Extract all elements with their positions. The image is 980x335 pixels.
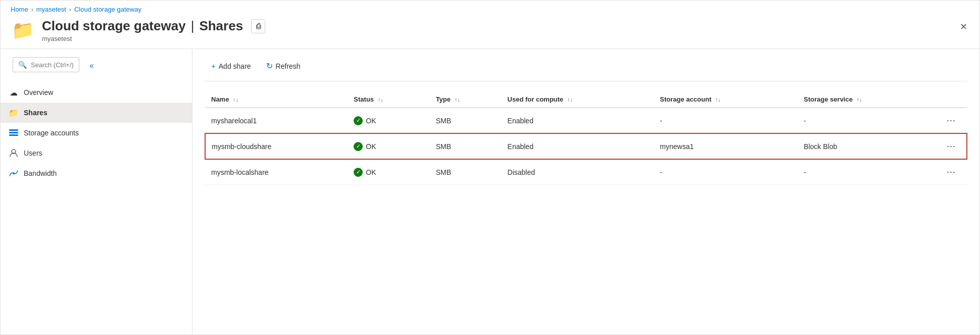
users-label: Users	[24, 149, 42, 157]
cell-name: mysmb-cloudshare	[205, 133, 348, 159]
cell-compute: Enabled	[502, 108, 654, 133]
shares-label: Shares	[24, 109, 47, 117]
cell-type: SMB	[430, 133, 502, 159]
col-compute-label: Used for compute	[508, 95, 564, 103]
col-name[interactable]: Name ↑↓	[205, 91, 348, 108]
main-layout: 🔍 Search (Ctrl+/) « ☁ Overview 📁 Shares	[1, 49, 979, 334]
status-ok-icon: ✓	[354, 168, 363, 177]
breadcrumb: Home › myasetest › Cloud storage gateway	[1, 1, 979, 16]
storage-accounts-label: Storage accounts	[24, 129, 79, 137]
svg-rect-2	[9, 134, 18, 136]
cell-status: ✓OK	[348, 108, 429, 133]
cell-type: SMB	[430, 159, 502, 185]
overview-icon: ☁	[9, 87, 19, 98]
cell-more[interactable]: ···	[937, 159, 967, 185]
cell-status: ✓OK	[348, 159, 429, 185]
breadcrumb-home[interactable]: Home	[11, 6, 28, 13]
print-button[interactable]: ⎙	[251, 19, 265, 33]
status-ok-icon: ✓	[354, 116, 363, 125]
col-status-label: Status	[354, 95, 374, 103]
col-actions-header	[937, 91, 967, 108]
col-compute-sort-icon: ↑↓	[567, 97, 573, 103]
overview-label: Overview	[24, 88, 53, 97]
col-used-for-compute[interactable]: Used for compute ↑↓	[502, 91, 654, 108]
bandwidth-icon	[9, 168, 19, 178]
add-share-button[interactable]: + Add share	[205, 58, 258, 74]
col-storage-service-sort-icon: ↑↓	[857, 97, 862, 103]
resource-subtitle: myasetest	[42, 35, 265, 42]
sidebar-item-bandwidth[interactable]: Bandwidth	[1, 163, 192, 183]
shares-table: Name ↑↓ Status ↑↓ Type ↑↓ Used for com	[205, 91, 967, 185]
refresh-icon: ↻	[266, 61, 273, 71]
breadcrumb-cloud-storage-gateway[interactable]: Cloud storage gateway	[74, 6, 141, 13]
users-icon	[9, 148, 19, 158]
breadcrumb-myasetest[interactable]: myasetest	[36, 6, 66, 13]
sidebar-item-overview[interactable]: ☁ Overview	[1, 82, 192, 103]
col-storage-service-label: Storage service	[804, 95, 853, 103]
search-row: 🔍 Search (Ctrl+/) «	[7, 53, 190, 78]
status-ok-icon: ✓	[354, 142, 363, 151]
col-storage-account[interactable]: Storage account ↑↓	[654, 91, 798, 108]
sidebar-item-users[interactable]: Users	[1, 143, 192, 163]
col-storage-account-sort-icon: ↑↓	[715, 97, 721, 103]
more-actions-button[interactable]: ···	[943, 165, 960, 179]
col-storage-account-label: Storage account	[660, 95, 711, 103]
col-status[interactable]: Status ↑↓	[348, 91, 429, 108]
refresh-button[interactable]: ↻ Refresh	[260, 57, 307, 75]
cell-storage-account: -	[654, 108, 798, 133]
search-bar[interactable]: 🔍 Search (Ctrl+/)	[13, 57, 79, 72]
breadcrumb-sep-1: ›	[31, 6, 33, 13]
refresh-label: Refresh	[276, 62, 301, 70]
cell-more[interactable]: ···	[937, 133, 967, 159]
title-separator: |	[191, 18, 194, 34]
resource-name: Cloud storage gateway	[42, 18, 186, 34]
cell-type: SMB	[430, 108, 502, 133]
content-area: + Add share ↻ Refresh Name ↑↓	[192, 49, 979, 334]
status-cell: ✓OK	[354, 168, 423, 177]
table-row[interactable]: mysharelocal1✓OKSMBEnabled--···	[205, 108, 967, 133]
col-storage-service[interactable]: Storage service ↑↓	[798, 91, 937, 108]
cell-storage-service: Block Blob	[798, 133, 937, 159]
col-name-sort-icon: ↑↓	[233, 97, 238, 103]
cell-name: mysmb-localshare	[205, 159, 348, 185]
status-cell: ✓OK	[354, 142, 423, 151]
cell-storage-service: -	[798, 108, 937, 133]
page-title: Cloud storage gateway | Shares ⎙	[42, 18, 265, 34]
sidebar-item-shares[interactable]: 📁 Shares	[1, 103, 192, 123]
status-label: OK	[366, 168, 376, 176]
bandwidth-label: Bandwidth	[24, 169, 57, 177]
svg-rect-0	[9, 129, 18, 131]
status-label: OK	[366, 117, 376, 125]
cell-compute: Disabled	[502, 159, 654, 185]
cell-name: mysharelocal1	[205, 108, 348, 133]
cell-more[interactable]: ···	[937, 108, 967, 133]
search-input[interactable]: Search (Ctrl+/)	[31, 61, 74, 69]
sidebar-item-storage-accounts[interactable]: Storage accounts	[1, 123, 192, 143]
page-header: 📁 Cloud storage gateway | Shares ⎙ myase…	[1, 16, 979, 49]
col-type-label: Type	[436, 95, 451, 103]
add-icon: +	[211, 62, 216, 70]
resource-icon: 📁	[11, 18, 35, 42]
cell-storage-account: mynewsa1	[654, 133, 798, 159]
table-row[interactable]: mysmb-localshare✓OKSMBDisabled--···	[205, 159, 967, 185]
search-icon: 🔍	[18, 61, 27, 69]
cell-status: ✓OK	[348, 133, 429, 159]
more-actions-button[interactable]: ···	[943, 139, 960, 154]
svg-point-4	[13, 172, 15, 174]
status-label: OK	[366, 142, 376, 151]
svg-rect-1	[9, 132, 18, 133]
col-name-label: Name	[211, 95, 229, 103]
shares-icon: 📁	[9, 108, 19, 118]
add-share-label: Add share	[219, 62, 251, 70]
collapse-button[interactable]: «	[87, 59, 96, 72]
table-header-row: Name ↑↓ Status ↑↓ Type ↑↓ Used for com	[205, 91, 967, 108]
breadcrumb-sep-2: ›	[69, 6, 71, 13]
close-button[interactable]: ✕	[958, 20, 969, 33]
page-wrapper: Home › myasetest › Cloud storage gateway…	[0, 0, 980, 335]
col-type[interactable]: Type ↑↓	[430, 91, 502, 108]
col-type-sort-icon: ↑↓	[455, 97, 460, 103]
sidebar: 🔍 Search (Ctrl+/) « ☁ Overview 📁 Shares	[1, 49, 192, 334]
storage-accounts-icon	[9, 128, 19, 138]
more-actions-button[interactable]: ···	[943, 113, 960, 128]
table-row[interactable]: mysmb-cloudshare✓OKSMBEnabledmynewsa1Blo…	[205, 133, 967, 159]
